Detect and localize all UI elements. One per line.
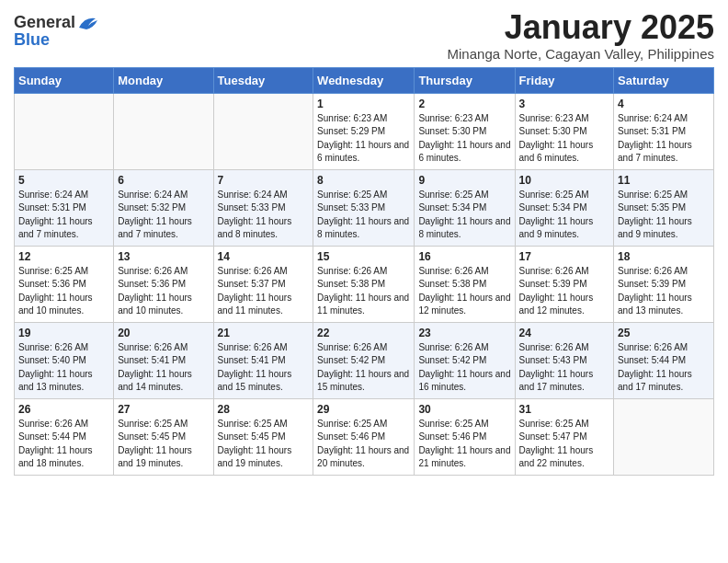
title-area: January 2025 Minanga Norte, Cagayan Vall…	[448, 9, 714, 62]
day-info: Sunrise: 6:24 AM Sunset: 5:33 PM Dayligh…	[218, 189, 310, 242]
subtitle: Minanga Norte, Cagayan Valley, Philippin…	[448, 46, 714, 62]
day-info: Sunrise: 6:24 AM Sunset: 5:31 PM Dayligh…	[618, 112, 710, 166]
day-cell: 20Sunrise: 6:26 AM Sunset: 5:41 PM Dayli…	[114, 322, 213, 398]
day-cell: 16Sunrise: 6:26 AM Sunset: 5:38 PM Dayli…	[415, 246, 515, 322]
day-info: Sunrise: 6:26 AM Sunset: 5:42 PM Dayligh…	[317, 341, 410, 395]
header-wednesday: Wednesday	[313, 67, 415, 93]
week-row-1: 5Sunrise: 6:24 AM Sunset: 5:31 PM Daylig…	[15, 169, 714, 246]
day-number: 17	[519, 250, 610, 263]
day-cell: 19Sunrise: 6:26 AM Sunset: 5:40 PM Dayli…	[15, 322, 114, 398]
day-number: 3	[519, 98, 610, 110]
day-number: 10	[519, 174, 610, 187]
day-number: 22	[317, 327, 410, 339]
day-number: 11	[618, 174, 710, 187]
day-cell: 14Sunrise: 6:26 AM Sunset: 5:37 PM Dayli…	[213, 246, 313, 322]
day-number: 15	[317, 250, 410, 263]
day-cell: 15Sunrise: 6:26 AM Sunset: 5:38 PM Dayli…	[313, 246, 415, 322]
day-cell: 3Sunrise: 6:23 AM Sunset: 5:30 PM Daylig…	[515, 93, 614, 169]
day-cell: 30Sunrise: 6:25 AM Sunset: 5:46 PM Dayli…	[415, 398, 515, 475]
day-info: Sunrise: 6:26 AM Sunset: 5:43 PM Dayligh…	[519, 341, 610, 395]
week-row-2: 12Sunrise: 6:25 AM Sunset: 5:36 PM Dayli…	[15, 246, 714, 322]
day-number: 6	[118, 174, 209, 187]
day-cell: 29Sunrise: 6:25 AM Sunset: 5:46 PM Dayli…	[313, 398, 415, 475]
day-cell: 4Sunrise: 6:24 AM Sunset: 5:31 PM Daylig…	[614, 93, 714, 169]
day-info: Sunrise: 6:26 AM Sunset: 5:42 PM Dayligh…	[418, 341, 510, 395]
day-number: 27	[118, 403, 209, 416]
header-monday: Monday	[114, 67, 213, 93]
header-saturday: Saturday	[614, 67, 714, 93]
day-number: 24	[519, 327, 610, 339]
day-cell: 13Sunrise: 6:26 AM Sunset: 5:36 PM Dayli…	[114, 246, 213, 322]
header-friday: Friday	[515, 67, 614, 93]
day-number: 1	[317, 98, 410, 110]
logo: General Blue	[14, 13, 97, 50]
day-cell: 5Sunrise: 6:24 AM Sunset: 5:31 PM Daylig…	[15, 169, 114, 246]
day-number: 2	[418, 98, 510, 110]
day-cell: 31Sunrise: 6:25 AM Sunset: 5:47 PM Dayli…	[515, 398, 614, 475]
day-number: 9	[418, 174, 510, 187]
logo-bird-icon	[77, 15, 97, 31]
week-row-3: 19Sunrise: 6:26 AM Sunset: 5:40 PM Dayli…	[15, 322, 714, 398]
day-cell: 10Sunrise: 6:25 AM Sunset: 5:34 PM Dayli…	[515, 169, 614, 246]
header: General Blue January 2025 Minanga Norte,…	[14, 9, 714, 62]
day-number: 29	[317, 403, 410, 416]
day-info: Sunrise: 6:25 AM Sunset: 5:47 PM Dayligh…	[519, 418, 610, 471]
day-cell: 11Sunrise: 6:25 AM Sunset: 5:35 PM Dayli…	[614, 169, 714, 246]
day-number: 21	[218, 327, 310, 339]
day-cell: 25Sunrise: 6:26 AM Sunset: 5:44 PM Dayli…	[614, 322, 714, 398]
day-info: Sunrise: 6:26 AM Sunset: 5:38 PM Dayligh…	[317, 265, 410, 318]
day-info: Sunrise: 6:26 AM Sunset: 5:44 PM Dayligh…	[618, 341, 710, 395]
day-info: Sunrise: 6:23 AM Sunset: 5:29 PM Dayligh…	[317, 112, 410, 166]
day-cell: 27Sunrise: 6:25 AM Sunset: 5:45 PM Dayli…	[114, 398, 213, 475]
day-cell: 22Sunrise: 6:26 AM Sunset: 5:42 PM Dayli…	[313, 322, 415, 398]
header-sunday: Sunday	[15, 67, 114, 93]
day-number: 20	[118, 327, 209, 339]
day-info: Sunrise: 6:25 AM Sunset: 5:45 PM Dayligh…	[118, 418, 209, 471]
day-info: Sunrise: 6:26 AM Sunset: 5:39 PM Dayligh…	[519, 265, 610, 318]
day-cell: 12Sunrise: 6:25 AM Sunset: 5:36 PM Dayli…	[15, 246, 114, 322]
day-info: Sunrise: 6:24 AM Sunset: 5:32 PM Dayligh…	[118, 189, 209, 242]
day-cell	[213, 93, 313, 169]
day-info: Sunrise: 6:26 AM Sunset: 5:41 PM Dayligh…	[218, 341, 310, 395]
logo-general-text: General	[14, 13, 75, 32]
day-number: 25	[618, 327, 710, 339]
day-number: 8	[317, 174, 410, 187]
day-cell: 24Sunrise: 6:26 AM Sunset: 5:43 PM Dayli…	[515, 322, 614, 398]
day-cell: 28Sunrise: 6:25 AM Sunset: 5:45 PM Dayli…	[213, 398, 313, 475]
day-info: Sunrise: 6:26 AM Sunset: 5:38 PM Dayligh…	[418, 265, 510, 318]
day-info: Sunrise: 6:25 AM Sunset: 5:45 PM Dayligh…	[218, 418, 310, 471]
day-cell: 23Sunrise: 6:26 AM Sunset: 5:42 PM Dayli…	[415, 322, 515, 398]
day-number: 19	[18, 327, 109, 339]
day-cell: 21Sunrise: 6:26 AM Sunset: 5:41 PM Dayli…	[213, 322, 313, 398]
day-info: Sunrise: 6:26 AM Sunset: 5:36 PM Dayligh…	[118, 265, 209, 318]
day-cell	[614, 398, 714, 475]
day-number: 31	[519, 403, 610, 416]
day-cell: 1Sunrise: 6:23 AM Sunset: 5:29 PM Daylig…	[313, 93, 415, 169]
day-info: Sunrise: 6:23 AM Sunset: 5:30 PM Dayligh…	[519, 112, 610, 166]
day-info: Sunrise: 6:25 AM Sunset: 5:36 PM Dayligh…	[18, 265, 109, 318]
day-number: 26	[18, 403, 109, 416]
day-number: 28	[218, 403, 310, 416]
day-info: Sunrise: 6:26 AM Sunset: 5:39 PM Dayligh…	[618, 265, 710, 318]
day-number: 7	[218, 174, 310, 187]
day-number: 14	[218, 250, 310, 263]
day-number: 4	[618, 98, 710, 110]
day-info: Sunrise: 6:23 AM Sunset: 5:30 PM Dayligh…	[418, 112, 510, 166]
day-cell	[15, 93, 114, 169]
day-number: 16	[418, 250, 510, 263]
day-cell: 9Sunrise: 6:25 AM Sunset: 5:34 PM Daylig…	[415, 169, 515, 246]
day-info: Sunrise: 6:26 AM Sunset: 5:41 PM Dayligh…	[118, 341, 209, 395]
header-tuesday: Tuesday	[213, 67, 313, 93]
day-number: 12	[18, 250, 109, 263]
week-row-0: 1Sunrise: 6:23 AM Sunset: 5:29 PM Daylig…	[15, 93, 714, 169]
day-info: Sunrise: 6:24 AM Sunset: 5:31 PM Dayligh…	[18, 189, 109, 242]
day-info: Sunrise: 6:25 AM Sunset: 5:35 PM Dayligh…	[618, 189, 710, 242]
day-info: Sunrise: 6:25 AM Sunset: 5:46 PM Dayligh…	[317, 418, 410, 471]
header-thursday: Thursday	[415, 67, 515, 93]
day-number: 5	[18, 174, 109, 187]
day-info: Sunrise: 6:25 AM Sunset: 5:33 PM Dayligh…	[317, 189, 410, 242]
header-row: SundayMondayTuesdayWednesdayThursdayFrid…	[15, 67, 714, 93]
day-number: 13	[118, 250, 209, 263]
day-cell: 2Sunrise: 6:23 AM Sunset: 5:30 PM Daylig…	[415, 93, 515, 169]
day-cell	[114, 93, 213, 169]
